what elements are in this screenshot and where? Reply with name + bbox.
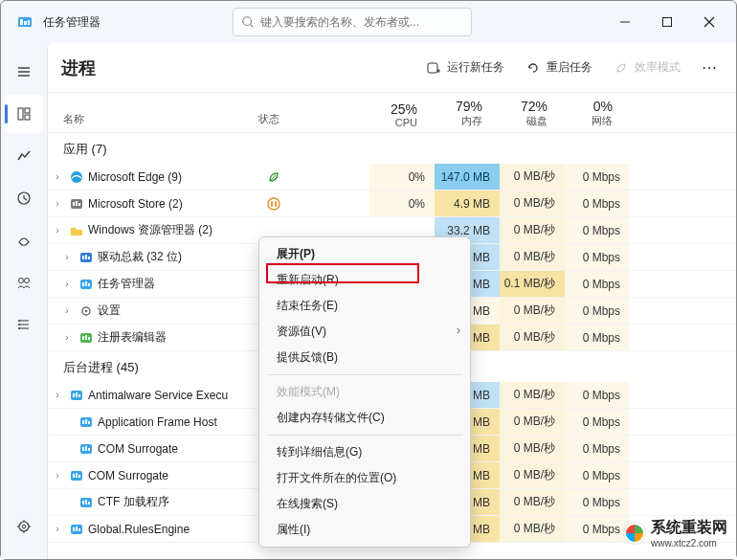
process-row[interactable]: ›Microsoft Edge (9)0%147.0 MB0 MB/秒0 Mbp… <box>48 164 736 190</box>
close-button[interactable] <box>688 6 730 38</box>
search-box[interactable] <box>233 8 472 36</box>
svg-rect-76 <box>88 502 90 504</box>
run-new-task-button[interactable]: 运行新任务 <box>420 56 510 79</box>
svg-rect-31 <box>428 63 437 73</box>
svg-rect-63 <box>85 419 87 424</box>
header-cpu[interactable]: 25%CPU <box>362 101 427 132</box>
ctx-resource-values[interactable]: 资源值(V)› <box>259 319 470 345</box>
network-cell: 0 Mbps <box>565 325 630 350</box>
hamburger-button[interactable] <box>5 53 43 91</box>
process-icon <box>77 441 96 457</box>
disk-cell: 0 MB/秒 <box>500 217 565 243</box>
nav-performance[interactable] <box>5 137 43 175</box>
expand-chevron-icon[interactable]: › <box>48 470 67 481</box>
disk-cell: 0 MB/秒 <box>500 190 565 216</box>
svg-rect-72 <box>78 475 80 478</box>
disk-cell: 0 MB/秒 <box>500 382 565 408</box>
network-cell: 0 Mbps <box>565 516 630 542</box>
network-cell: 0 Mbps <box>565 409 630 435</box>
search-input[interactable] <box>260 15 463 29</box>
svg-rect-39 <box>78 203 80 206</box>
nav-processes[interactable] <box>5 95 43 133</box>
svg-rect-60 <box>78 394 80 397</box>
network-cell: 0 Mbps <box>565 271 630 297</box>
svg-point-25 <box>19 522 29 531</box>
network-cell: 0 Mbps <box>565 164 630 190</box>
ctx-go-to-details[interactable]: 转到详细信息(G) <box>259 439 470 465</box>
efficiency-mode-label: 效率模式 <box>635 59 681 76</box>
svg-rect-49 <box>85 281 87 286</box>
network-cell: 0 Mbps <box>565 436 630 461</box>
expand-chevron-icon[interactable]: › <box>48 171 67 182</box>
svg-rect-46 <box>88 257 90 259</box>
chevron-right-icon: › <box>457 324 460 337</box>
window-controls <box>604 6 730 38</box>
minimize-button[interactable] <box>604 6 646 38</box>
expand-chevron-icon[interactable]: › <box>48 225 67 235</box>
disk-cell: 0.1 MB/秒 <box>500 271 565 297</box>
disk-cell: 0 MB/秒 <box>500 516 565 542</box>
process-name: Application Frame Host <box>96 415 266 429</box>
expand-chevron-icon[interactable]: › <box>48 524 67 534</box>
svg-rect-14 <box>25 108 30 113</box>
expand-chevron-icon[interactable]: › <box>48 390 67 400</box>
nav-startup[interactable] <box>5 221 43 259</box>
ctx-expand[interactable]: 展开(P) <box>259 241 470 267</box>
network-cell: 0 Mbps <box>565 489 630 515</box>
disk-cell: 0 MB/秒 <box>500 436 565 461</box>
svg-rect-59 <box>76 392 78 397</box>
header-network[interactable]: 0%网络 <box>557 99 622 132</box>
expand-chevron-icon[interactable]: › <box>48 198 67 209</box>
window-title: 任务管理器 <box>43 14 100 31</box>
nav-history[interactable] <box>5 179 43 217</box>
header-status[interactable]: 状态 <box>258 112 362 132</box>
process-icon <box>77 495 96 510</box>
run-new-task-icon <box>426 60 441 76</box>
cpu-cell: 0% <box>369 190 435 216</box>
nav-settings[interactable] <box>5 507 43 546</box>
watermark-url: www.xtcz2.com <box>651 538 727 549</box>
network-cell: 0 Mbps <box>565 244 630 270</box>
expand-chevron-icon[interactable]: › <box>48 305 77 316</box>
restart-task-button[interactable]: 重启任务 <box>520 56 598 79</box>
header-disk[interactable]: 72%磁盘 <box>492 99 557 132</box>
expand-chevron-icon[interactable]: › <box>48 279 77 289</box>
efficiency-mode-button[interactable]: 效率模式 <box>608 56 686 79</box>
ctx-properties[interactable]: 属性(I) <box>259 517 470 543</box>
ctx-open-file-location[interactable]: 打开文件所在的位置(O) <box>259 465 470 491</box>
svg-rect-58 <box>73 393 75 397</box>
titlebar: 任务管理器 <box>1 1 736 43</box>
ctx-create-dump[interactable]: 创建内存转储文件(C) <box>259 405 470 431</box>
restart-task-label: 重启任务 <box>547 59 592 76</box>
ctx-restart[interactable]: 重新启动(R) <box>259 267 470 293</box>
ctx-end-task[interactable]: 结束任务(E) <box>259 293 470 319</box>
svg-rect-50 <box>88 283 90 286</box>
nav-details[interactable] <box>5 305 43 344</box>
process-row[interactable]: ›Microsoft Store (2)0%4.9 MB0 MB/秒0 Mbps <box>48 190 736 217</box>
expand-chevron-icon[interactable]: › <box>48 332 77 343</box>
expand-chevron-icon[interactable]: › <box>48 252 77 262</box>
watermark-icon <box>624 523 645 544</box>
more-button[interactable]: ⋯ <box>696 56 723 78</box>
header-memory[interactable]: 79%内存 <box>427 99 492 132</box>
search-icon <box>241 15 255 29</box>
process-name: Global.RulesEngine <box>86 523 266 536</box>
svg-rect-62 <box>82 420 84 424</box>
process-icon <box>77 330 96 346</box>
network-cell: 0 Mbps <box>565 462 630 488</box>
svg-rect-75 <box>85 500 87 504</box>
group-apps: 应用 (7) <box>48 133 736 164</box>
process-name: Microsoft Edge (9) <box>86 170 266 184</box>
nav-users[interactable] <box>5 263 43 302</box>
process-icon <box>67 169 86 185</box>
header-name[interactable]: 名称 <box>48 112 258 132</box>
svg-rect-3 <box>28 20 30 25</box>
svg-rect-66 <box>82 447 84 451</box>
maximize-button[interactable] <box>646 6 688 38</box>
process-icon <box>77 277 96 292</box>
process-name: Antimalware Service Execu <box>86 389 266 402</box>
ctx-search-online[interactable]: 在线搜索(S) <box>259 491 470 517</box>
ctx-feedback[interactable]: 提供反馈(B) <box>259 345 470 370</box>
page-title: 进程 <box>61 56 96 79</box>
network-cell: 0 Mbps <box>565 190 630 216</box>
